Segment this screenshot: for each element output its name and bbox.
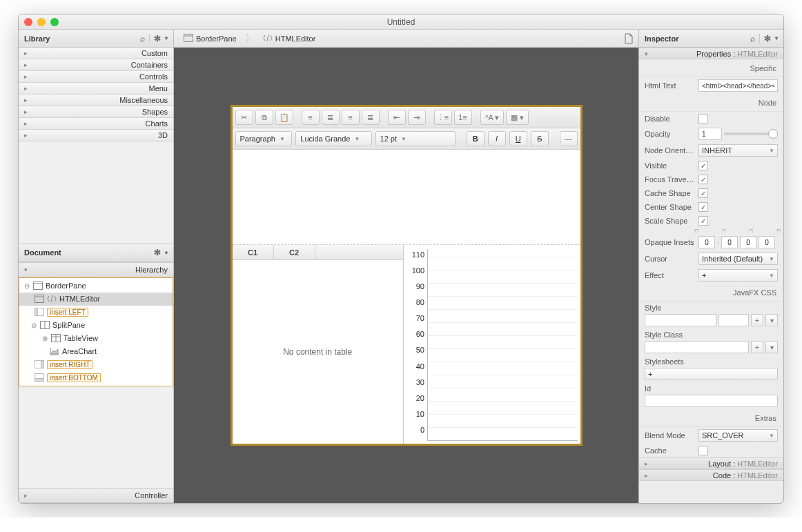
- inset-left-input[interactable]: [759, 236, 775, 248]
- visible-checkbox[interactable]: ✓: [698, 161, 708, 170]
- chevron-down-icon: ▾: [165, 35, 168, 41]
- number-list-button[interactable]: 1≡: [454, 110, 472, 125]
- library-category-controls[interactable]: ▸Controls: [19, 71, 173, 83]
- style-menu-button[interactable]: ▾: [765, 314, 778, 326]
- paragraph-select[interactable]: Paragraph▼: [235, 131, 293, 146]
- style-class-menu-button[interactable]: ▾: [765, 341, 778, 353]
- cache-checkbox[interactable]: [698, 446, 708, 455]
- stylesheets-button[interactable]: +: [645, 368, 778, 380]
- align-center-button[interactable]: ≣: [322, 110, 340, 125]
- code-section[interactable]: ▸ Code : HTMLEditor: [639, 469, 783, 481]
- svg-rect-12: [41, 361, 44, 368]
- hr-button[interactable]: ―: [560, 131, 578, 146]
- tree-areachart[interactable]: AreaChart: [19, 345, 173, 358]
- foreground-color-button[interactable]: ᴬA ▾: [480, 110, 505, 125]
- library-category-shapes[interactable]: ▸Shapes: [19, 106, 173, 118]
- prop-cursor: Cursor Inherited (Default)▼: [639, 250, 783, 267]
- hierarchy-spacer: [19, 386, 173, 489]
- paste-button[interactable]: 📋: [275, 110, 293, 125]
- inset-top-input[interactable]: [698, 236, 715, 248]
- editor-content-area[interactable]: [233, 150, 580, 244]
- id-input[interactable]: [645, 395, 778, 407]
- bullet-list-button[interactable]: ⋮≡: [434, 110, 452, 125]
- library-category-containers[interactable]: ▸Containers: [19, 59, 173, 71]
- hierarchy-tree: ⊖ BorderPane HTMLEditor insert LEFT: [19, 277, 173, 386]
- properties-section[interactable]: ▾ Properties : HTMLEditor: [639, 48, 783, 59]
- style-value-input[interactable]: [718, 314, 749, 326]
- library-category-3d[interactable]: ▸3D: [19, 130, 173, 141]
- disable-checkbox[interactable]: [698, 114, 708, 124]
- document-icon[interactable]: [623, 33, 634, 44]
- opacity-input[interactable]: [698, 128, 722, 140]
- table-col-c1[interactable]: C1: [233, 245, 274, 259]
- tree-insert-right[interactable]: insert RIGHT: [19, 358, 173, 371]
- layout-section[interactable]: ▸ Layout : HTMLEditor: [639, 457, 783, 469]
- html-text-input[interactable]: [698, 79, 778, 92]
- inset-bottom-input[interactable]: [740, 236, 756, 248]
- font-family-select[interactable]: Lucida Grande▼: [295, 131, 371, 146]
- background-color-button[interactable]: ▩ ▾: [506, 110, 529, 125]
- titlebar: Untitled: [19, 14, 783, 30]
- blend-mode-select[interactable]: SRC_OVER▼: [698, 429, 778, 442]
- controller-header[interactable]: ▸ Controller: [19, 488, 173, 503]
- inset-right-input[interactable]: [721, 236, 738, 248]
- library-category-menu[interactable]: ▸Menu: [19, 83, 173, 95]
- tree-splitpane[interactable]: ⊖ SplitPane: [19, 319, 173, 332]
- prop-focus-traversable: Focus Traver... ✓: [639, 173, 783, 186]
- tree-insert-left[interactable]: insert LEFT: [19, 306, 173, 319]
- cursor-select[interactable]: Inherited (Default)▼: [698, 253, 778, 265]
- library-category-custom[interactable]: ▸Custom: [19, 48, 173, 59]
- areachart-preview[interactable]: 110 100 90 80 70 60 50 40 30 20 10: [404, 245, 580, 444]
- breadcrumb-htmleditor[interactable]: HTMLEditor: [257, 32, 322, 45]
- indent-button[interactable]: ⇥: [408, 110, 426, 125]
- app-window: Untitled Library ⌕ ✻▾ ▸Custom ▸Container…: [18, 14, 784, 504]
- table-col-c2[interactable]: C2: [274, 245, 315, 259]
- style-add-button[interactable]: +: [751, 314, 763, 326]
- gear-icon[interactable]: ✻: [154, 248, 161, 257]
- style-class-input[interactable]: [645, 341, 749, 353]
- copy-button[interactable]: ⧉: [255, 110, 273, 125]
- center-shape-checkbox[interactable]: ✓: [698, 202, 708, 212]
- container-icon: [184, 34, 193, 43]
- prop-cache: Cache: [639, 444, 783, 457]
- prop-style-class: Style Class + ▾: [639, 328, 783, 355]
- table-header: C1 C2: [233, 245, 404, 260]
- scale-shape-checkbox[interactable]: ✓: [698, 216, 708, 226]
- outdent-button[interactable]: ⇤: [388, 110, 406, 125]
- breadcrumb-borderpane[interactable]: BorderPane: [178, 32, 242, 45]
- slider-thumb[interactable]: [768, 129, 778, 139]
- library-category-miscellaneous[interactable]: ▸Miscellaneous: [19, 95, 173, 106]
- design-canvas[interactable]: ✂ ⧉ 📋 ≡ ≣ ≡ ≣ ⇤ ⇥ ⋮≡: [231, 105, 583, 446]
- opacity-slider[interactable]: [724, 132, 778, 135]
- align-left-button[interactable]: ≡: [302, 110, 320, 125]
- search-icon[interactable]: ⌕: [140, 34, 145, 43]
- cache-shape-checkbox[interactable]: ✓: [698, 188, 708, 198]
- tree-htmleditor[interactable]: HTMLEditor: [19, 293, 173, 306]
- tree-borderpane[interactable]: ⊖ BorderPane: [19, 279, 173, 293]
- italic-button[interactable]: I: [488, 131, 506, 146]
- cut-button[interactable]: ✂: [235, 110, 253, 125]
- underline-button[interactable]: U: [509, 131, 527, 146]
- align-right-button[interactable]: ≡: [342, 110, 360, 125]
- breadcrumb-bar: BorderPane 〉 HTMLEditor: [174, 30, 638, 48]
- style-class-add-button[interactable]: +: [751, 341, 763, 353]
- focus-traversable-checkbox[interactable]: ✓: [698, 175, 708, 184]
- bold-button[interactable]: B: [467, 131, 485, 146]
- effect-select[interactable]: +▼: [698, 269, 778, 282]
- tree-tableview[interactable]: ⊕ TableView: [19, 332, 173, 345]
- design-canvas-background[interactable]: ✂ ⧉ 📋 ≡ ≣ ≡ ≣ ⇤ ⇥ ⋮≡: [174, 48, 638, 503]
- gear-icon[interactable]: ✻: [154, 34, 161, 43]
- library-category-charts[interactable]: ▸Charts: [19, 118, 173, 130]
- search-icon[interactable]: ⌕: [750, 34, 755, 43]
- style-key-input[interactable]: [645, 314, 716, 326]
- align-justify-button[interactable]: ≣: [362, 110, 380, 125]
- prop-node-orientation: Node Orienta... INHERIT▼: [639, 142, 783, 159]
- tree-insert-bottom[interactable]: insert BOTTOM: [19, 371, 173, 384]
- gear-icon[interactable]: ✻: [764, 34, 771, 43]
- node-orientation-select[interactable]: INHERIT▼: [698, 144, 778, 157]
- hierarchy-header[interactable]: ▾ Hierarchy: [19, 262, 173, 277]
- strikethrough-button[interactable]: S: [531, 131, 549, 146]
- tableview-preview[interactable]: C1 C2 No content in table: [233, 245, 404, 444]
- font-size-select[interactable]: 12 pt▼: [375, 131, 456, 146]
- divider: [759, 34, 760, 43]
